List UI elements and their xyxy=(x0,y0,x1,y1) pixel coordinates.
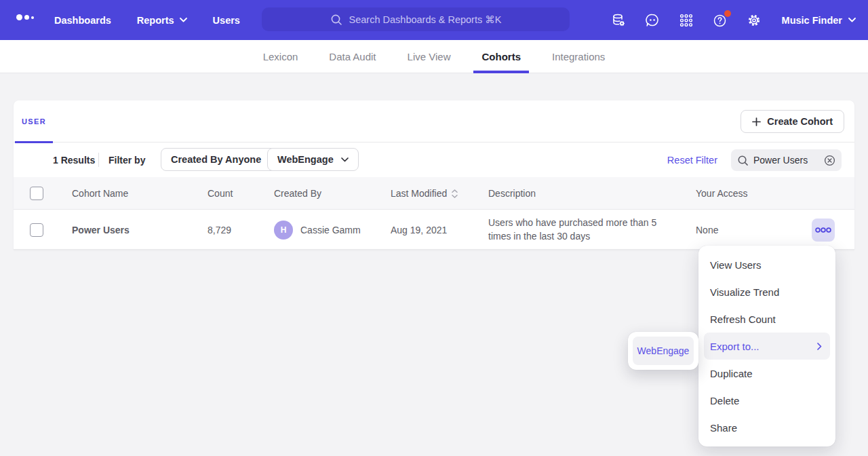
project-selector[interactable]: Music Finder xyxy=(782,15,856,26)
mixpanel-logo-icon[interactable] xyxy=(16,14,34,20)
data-management-subnav: Lexicon Data Audit Live View Cohorts Int… xyxy=(0,40,868,73)
select-all-checkbox[interactable] xyxy=(30,177,43,210)
primary-nav: Dashboards Reports Users xyxy=(54,0,240,40)
tab-integrations[interactable]: Integrations xyxy=(536,40,620,73)
tab-lexicon[interactable]: Lexicon xyxy=(248,40,314,73)
header-last-modified[interactable]: Last Modified xyxy=(391,177,458,210)
description-text: Users who have purchased more than 5 tim… xyxy=(488,216,663,243)
export-submenu: WebEngage xyxy=(628,332,698,370)
filter-bar: 1 Results Filter by Created By Anyone We… xyxy=(14,142,854,177)
divider xyxy=(98,153,99,167)
header-last-modified-label: Last Modified xyxy=(391,188,447,199)
menu-item-refresh-count[interactable]: Refresh Count xyxy=(698,305,835,332)
submenu-item-webengage[interactable]: WebEngage xyxy=(633,337,694,365)
table-row: Power Users 8,729 H Cassie Gamm Aug 19, … xyxy=(14,210,854,250)
integration-filter-value: WebEngage xyxy=(277,154,334,165)
notification-dot xyxy=(724,10,731,17)
apps-grid-icon[interactable] xyxy=(677,12,695,29)
nav-dashboards[interactable]: Dashboards xyxy=(54,15,111,26)
data-management-icon[interactable] xyxy=(610,12,627,29)
help-icon[interactable] xyxy=(711,12,729,29)
nav-dashboards-label: Dashboards xyxy=(54,15,111,26)
chevron-right-icon xyxy=(817,343,822,350)
header-your-access: Your Access xyxy=(696,177,748,210)
search-icon xyxy=(737,155,749,166)
global-search-input[interactable]: Search Dashboards & Reports ⌘K xyxy=(262,7,570,31)
integration-filter-dropdown[interactable]: WebEngage xyxy=(267,148,359,171)
cohort-actions-menu: View Users Visualize Trend Refresh Count… xyxy=(698,246,835,446)
menu-item-export-to[interactable]: Export to... xyxy=(704,332,830,360)
table-header-row: Cohort Name Count Created By Last Modifi… xyxy=(14,177,854,210)
menu-item-visualize-trend[interactable]: Visualize Trend xyxy=(698,278,835,305)
chevron-down-icon xyxy=(848,18,856,22)
tab-data-audit[interactable]: Data Audit xyxy=(313,40,391,73)
header-cohort-name: Cohort Name xyxy=(72,177,128,210)
cohort-search-box xyxy=(731,149,842,171)
menu-item-share[interactable]: Share xyxy=(698,414,835,441)
topnav-actions: Music Finder xyxy=(610,0,856,40)
last-modified-cell: Aug 19, 2021 xyxy=(391,210,447,250)
export-to-label: Export to... xyxy=(710,341,760,352)
clear-search-icon[interactable] xyxy=(824,155,835,166)
create-cohort-label: Create Cohort xyxy=(767,116,833,127)
chevron-down-icon xyxy=(341,157,349,162)
search-icon xyxy=(330,14,342,26)
nav-reports-label: Reports xyxy=(137,15,174,26)
tab-cohorts[interactable]: Cohorts xyxy=(466,40,536,73)
settings-gear-icon[interactable] xyxy=(745,12,763,29)
global-search-placeholder: Search Dashboards & Reports ⌘K xyxy=(349,14,502,25)
header-description: Description xyxy=(488,177,536,210)
cohort-search-input[interactable] xyxy=(753,155,819,166)
menu-item-duplicate[interactable]: Duplicate xyxy=(698,360,835,387)
cohorts-card: USER Create Cohort 1 Results Filter by C… xyxy=(14,100,854,250)
ellipsis-icon xyxy=(815,227,831,233)
more-actions-button[interactable] xyxy=(812,218,835,242)
created-by-filter-value: Created By Anyone xyxy=(171,154,261,165)
cohort-name-cell[interactable]: Power Users xyxy=(72,210,130,250)
chevron-down-icon xyxy=(180,18,187,22)
cohorts-card-header: USER Create Cohort xyxy=(14,100,854,142)
top-navbar: Dashboards Reports Users Search Dashboar… xyxy=(0,0,868,40)
reset-filter-link[interactable]: Reset Filter xyxy=(667,142,717,177)
nav-users[interactable]: Users xyxy=(213,15,240,26)
filter-by-label: Filter by xyxy=(108,142,145,177)
header-created-by: Created By xyxy=(274,177,321,210)
tab-user[interactable]: USER xyxy=(15,100,53,142)
your-access-cell: None xyxy=(696,210,718,250)
created-by-cell: H Cassie Gamm xyxy=(274,210,361,250)
cohort-count-cell: 8,729 xyxy=(208,210,231,250)
header-count: Count xyxy=(208,177,233,210)
nav-users-label: Users xyxy=(213,15,240,26)
sort-icon[interactable] xyxy=(452,189,458,198)
menu-item-view-users[interactable]: View Users xyxy=(698,251,835,278)
nav-reports[interactable]: Reports xyxy=(137,15,187,26)
project-name: Music Finder xyxy=(782,15,842,26)
messages-icon[interactable] xyxy=(644,12,661,29)
description-cell: Users who have purchased more than 5 tim… xyxy=(488,210,663,250)
avatar: H xyxy=(274,221,293,240)
row-checkbox[interactable] xyxy=(30,210,43,250)
results-count: 1 Results xyxy=(53,142,95,177)
create-cohort-button[interactable]: Create Cohort xyxy=(741,110,844,133)
creator-name: Cassie Gamm xyxy=(300,225,361,235)
menu-item-delete[interactable]: Delete xyxy=(698,387,835,414)
tab-live-view[interactable]: Live View xyxy=(392,40,467,73)
plus-icon xyxy=(752,117,761,126)
